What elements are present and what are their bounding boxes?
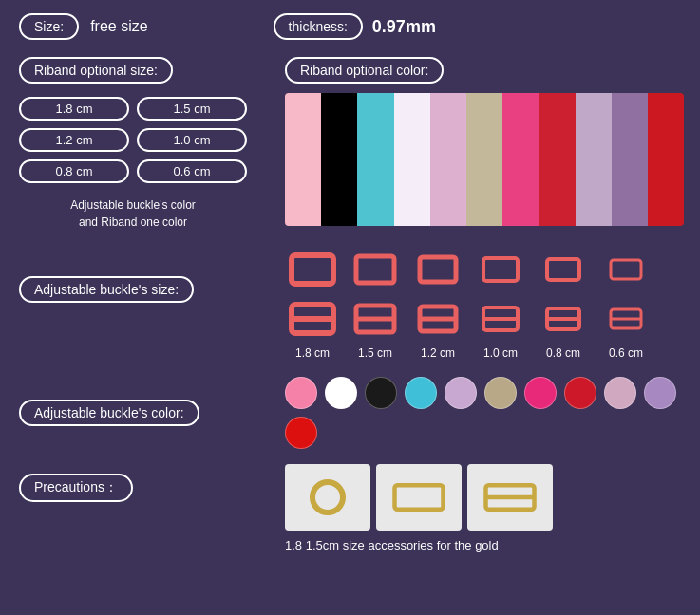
- color-lavender[interactable]: [445, 377, 477, 409]
- thickness-section: thickness: 0.97mm: [274, 13, 436, 40]
- buckle-rect-2: [348, 248, 403, 291]
- stripe-1: [285, 93, 321, 226]
- color-stripes: [285, 93, 684, 226]
- svg-rect-9: [483, 258, 518, 281]
- stripe-11: [648, 93, 684, 226]
- svg-rect-19: [395, 485, 444, 510]
- buckle-color-badge: Adjustable buckle's color:: [19, 400, 199, 426]
- buckle-top-row: 1.8 cm 1.5 cm: [285, 248, 681, 360]
- precautions-badge: Precautions：: [19, 474, 133, 502]
- stripe-2: [321, 93, 357, 226]
- riband-section: Riband optional size: 1.8 cm 1.5 cm 1.2 …: [0, 40, 700, 231]
- size-badge: Size:: [19, 13, 79, 40]
- riband-right: Riband optional color:: [285, 57, 684, 231]
- riband-left: Riband optional size: 1.8 cm 1.5 cm 1.2 …: [19, 57, 247, 231]
- precautions-left: Precautions：: [19, 464, 247, 502]
- buckle-s-3: [410, 297, 465, 341]
- riband-size-3[interactable]: 1.2 cm: [19, 128, 129, 152]
- top-row: Size: free size thickness: 0.97mm: [0, 0, 700, 40]
- color-hot-pink[interactable]: [524, 377, 557, 409]
- buckle-s-1: [285, 297, 340, 341]
- color-pink[interactable]: [285, 377, 317, 409]
- riband-sizes-grid: 1.8 cm 1.5 cm 1.2 cm 1.0 cm 0.8 cm 0.6 c…: [19, 97, 247, 183]
- buckle-label-6: 0.6 cm: [609, 346, 643, 360]
- thickness-badge: thickness:: [274, 13, 363, 40]
- riband-color-title: Riband optional color:: [285, 57, 684, 84]
- color-khaki[interactable]: [484, 377, 517, 409]
- buckle-rect-1: [285, 248, 340, 291]
- svg-rect-3: [356, 256, 394, 283]
- precautions-section: Precautions： 1.8 1.: [0, 449, 700, 552]
- stripe-3: [357, 93, 393, 226]
- buckle-label-4: 1.0 cm: [483, 346, 518, 360]
- buckle-rect-5: [536, 248, 591, 291]
- buckle-color-circles: [285, 377, 681, 449]
- buckle-col-6: 0.6 cm: [598, 248, 653, 360]
- svg-rect-6: [420, 257, 456, 282]
- gold-note: 1.8 1.5cm size accessories for the gold: [285, 538, 553, 552]
- gold-buckle-rect: [376, 464, 462, 531]
- color-red[interactable]: [564, 377, 596, 409]
- buckle-col-5: 0.8 cm: [536, 248, 591, 360]
- color-purple[interactable]: [644, 377, 676, 409]
- stripe-8: [539, 93, 575, 226]
- riband-size-title: Riband optional size:: [19, 57, 247, 84]
- gold-accessories: 1.8 1.5cm size accessories for the gold: [285, 464, 553, 552]
- buckle-s-4: [473, 297, 528, 341]
- thickness-value: 0.97mm: [372, 17, 436, 37]
- buckle-label-5: 0.8 cm: [546, 346, 580, 360]
- buckle-rect-3: [410, 248, 465, 291]
- stripe-10: [612, 93, 648, 226]
- riband-size-2[interactable]: 1.5 cm: [137, 97, 247, 121]
- buckle-label-1: 1.8 cm: [295, 346, 330, 360]
- buckle-size-badge: Adjustable buckle's size:: [19, 276, 194, 303]
- gold-ring: [285, 464, 370, 531]
- svg-point-18: [312, 482, 343, 512]
- gold-buckle-s: [467, 464, 553, 531]
- riband-size-5[interactable]: 0.8 cm: [19, 159, 129, 183]
- svg-rect-12: [547, 259, 579, 280]
- color-white[interactable]: [325, 377, 357, 409]
- stripe-6: [466, 93, 502, 226]
- buckle-rect-6: [598, 248, 653, 291]
- buckle-label-3: 1.2 cm: [421, 346, 455, 360]
- buckle-rect-4: [473, 248, 528, 291]
- riband-size-1[interactable]: 1.8 cm: [19, 97, 129, 121]
- color-teal[interactable]: [405, 377, 437, 409]
- stripe-9: [576, 93, 612, 226]
- buckle-color-left: Adjustable buckle's color:: [19, 400, 247, 426]
- buckle-color-section: Adjustable buckle's color:: [0, 363, 700, 449]
- svg-rect-0: [292, 255, 333, 284]
- stripe-5: [430, 93, 466, 226]
- buckle-right: 1.8 cm 1.5 cm: [285, 248, 681, 363]
- buckle-size-left: Adjustable buckle's size:: [19, 248, 247, 303]
- color-pink-2[interactable]: [604, 377, 636, 409]
- buckle-s-5: [536, 297, 591, 341]
- stripe-4: [394, 93, 430, 226]
- color-bright-red[interactable]: [285, 417, 317, 449]
- stripe-7: [502, 93, 539, 226]
- buckle-col-4: 1.0 cm: [473, 248, 528, 360]
- buckle-col-3: 1.2 cm: [410, 248, 465, 360]
- buckle-label-2: 1.5 cm: [358, 346, 392, 360]
- buckle-col-1: 1.8 cm: [285, 248, 340, 360]
- buckle-s-2: [348, 297, 403, 341]
- buckle-col-2: 1.5 cm: [348, 248, 403, 360]
- buckle-s-6: [598, 297, 653, 341]
- svg-rect-15: [611, 260, 641, 279]
- size-value: free size: [90, 18, 147, 35]
- riband-size-4[interactable]: 1.0 cm: [137, 128, 247, 152]
- riband-note: Adjustable buckle's color and Riband one…: [19, 196, 247, 231]
- gold-images-row: [285, 464, 553, 531]
- buckle-size-section: Adjustable buckle's size: 1.8 cm: [0, 231, 700, 363]
- color-black[interactable]: [365, 377, 397, 409]
- riband-size-6[interactable]: 0.6 cm: [137, 159, 247, 183]
